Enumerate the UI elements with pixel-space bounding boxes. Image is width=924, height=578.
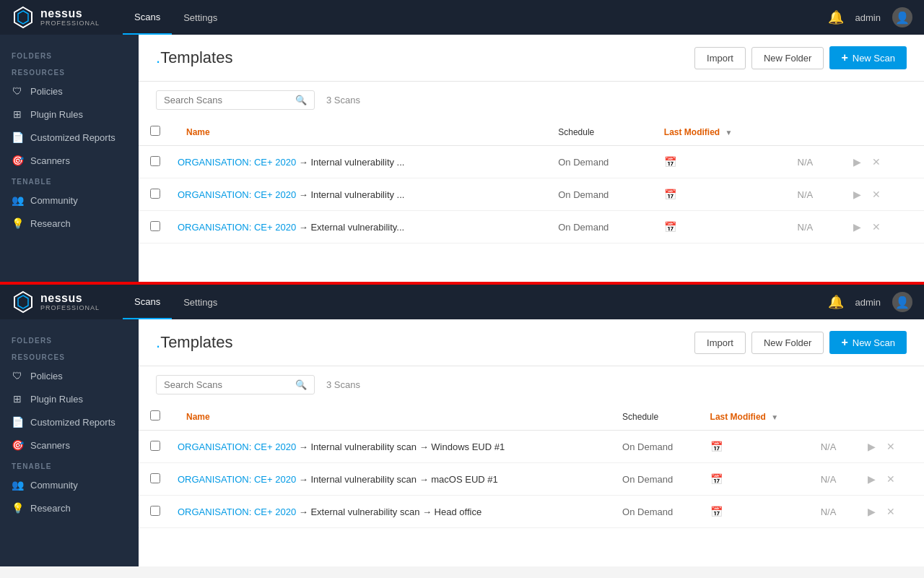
run-button[interactable]: ▶ — [849, 187, 866, 202]
logo-name-bottom: nessus — [40, 292, 100, 305]
arrow: → — [299, 441, 311, 452]
topnav-scans[interactable]: Scans — [123, 0, 172, 35]
sidebar-item-research-bottom[interactable]: 💡 Research — [0, 496, 139, 519]
avatar-bottom[interactable]: 👤 — [892, 292, 912, 312]
sidebar-item-research[interactable]: 💡 Research — [0, 212, 139, 235]
search-input-top[interactable] — [164, 95, 292, 105]
run-button[interactable]: ▶ — [863, 472, 880, 486]
sidebar-item-policies[interactable]: 🛡 Policies — [0, 79, 139, 103]
row-last-modified: N/A — [812, 463, 855, 496]
shield-icon: 🛡 — [12, 85, 23, 97]
scan-count-bottom: 3 Scans — [326, 379, 360, 390]
sidebar-customized-reports-label-bottom: Customized Reports — [30, 417, 116, 428]
delete-button[interactable]: ✕ — [868, 187, 885, 202]
row-checkbox[interactable] — [150, 156, 160, 166]
plugin-rules-icon-bottom: ⊞ — [12, 393, 23, 405]
table-row: ORGANISATION: CE+ 2020 → Internal vulner… — [139, 463, 924, 496]
row-cal-icon: 📅 — [655, 178, 789, 211]
row-actions: ▶ ✕ — [855, 463, 924, 496]
sidebar-scanners-label-bottom: Scanners — [30, 440, 70, 451]
calendar-icon: 📅 — [710, 506, 723, 517]
sidebar-item-plugin-rules-bottom[interactable]: ⊞ Plugin Rules — [0, 387, 139, 410]
th-last-modified-top[interactable]: Last Modified ▼ — [655, 118, 789, 146]
row-name[interactable]: ORGANISATION: CE+ 2020 → Internal vulner… — [169, 431, 614, 463]
new-folder-button-bottom[interactable]: New Folder — [751, 332, 824, 354]
import-button-top[interactable]: Import — [694, 47, 746, 69]
sidebar-item-policies-bottom[interactable]: 🛡 Policies — [0, 364, 139, 387]
sort-icon-top: ▼ — [725, 129, 733, 137]
th-name-bottom[interactable]: Name — [169, 403, 614, 431]
delete-button[interactable]: ✕ — [882, 472, 899, 486]
sidebar-item-customized-reports-bottom[interactable]: 📄 Customized Reports — [0, 410, 139, 434]
row-name[interactable]: ORGANISATION: CE+ 2020 → Internal vulner… — [169, 463, 614, 496]
bell-icon[interactable]: 🔔 — [828, 9, 844, 25]
row-checkbox[interactable] — [150, 189, 160, 199]
logo-name: nessus — [40, 7, 100, 20]
plus-icon: + — [841, 51, 847, 64]
avatar[interactable]: 👤 — [892, 7, 912, 27]
row-name[interactable]: ORGANISATION: CE+ 2020 → External vulner… — [169, 496, 614, 528]
search-input-wrapper-top: 🔍 — [156, 90, 315, 110]
topnav-links: Scans Settings — [123, 0, 828, 35]
row-actions: ▶ ✕ — [855, 496, 924, 528]
topnav-scans-bottom[interactable]: Scans — [123, 285, 172, 319]
row-actions: ▶ ✕ — [855, 431, 924, 463]
th-last-modified-bottom[interactable]: Last Modified ▼ — [702, 403, 812, 431]
import-button-bottom[interactable]: Import — [694, 332, 746, 354]
new-folder-button-top[interactable]: New Folder — [751, 47, 824, 69]
run-button[interactable]: ▶ — [863, 504, 880, 519]
search-input-bottom[interactable] — [164, 379, 292, 390]
plugin-rules-icon: ⊞ — [12, 108, 23, 120]
sidebar-item-community-bottom[interactable]: 👥 Community — [0, 473, 139, 496]
sidebar-scanners-label: Scanners — [30, 155, 70, 166]
th-name-top[interactable]: Name — [169, 118, 549, 146]
new-scan-button-bottom[interactable]: + New Scan — [829, 331, 907, 354]
delete-button[interactable]: ✕ — [868, 220, 885, 234]
tenable-label-bottom: TENABLE — [0, 457, 139, 473]
table-row: ORGANISATION: CE+ 2020 → Internal vulner… — [139, 178, 924, 211]
svg-marker-3 — [18, 296, 28, 309]
run-button[interactable]: ▶ — [849, 155, 866, 169]
topnav-settings[interactable]: Settings — [172, 0, 229, 35]
sidebar-research-label: Research — [30, 218, 71, 229]
run-button[interactable]: ▶ — [863, 439, 880, 454]
sidebar-item-customized-reports[interactable]: 📄 Customized Reports — [0, 126, 139, 149]
sidebar-item-plugin-rules[interactable]: ⊞ Plugin Rules — [0, 103, 139, 126]
calendar-icon: 📅 — [664, 189, 676, 200]
new-scan-button-top[interactable]: + New Scan — [829, 46, 907, 69]
shield-icon-bottom: 🛡 — [12, 370, 23, 381]
main-layout-bottom: FOLDERS RESOURCES 🛡 Policies ⊞ Plugin Ru… — [0, 319, 924, 566]
sidebar-item-community[interactable]: 👥 Community — [0, 189, 139, 212]
admin-label: admin — [855, 12, 881, 23]
delete-button[interactable]: ✕ — [868, 155, 885, 169]
row-cal-icon: 📅 — [702, 496, 812, 528]
row-last-modified: N/A — [789, 211, 840, 243]
logo-text: nessus Professional — [40, 7, 100, 27]
select-all-top[interactable] — [150, 126, 160, 136]
sidebar-item-scanners[interactable]: 🎯 Scanners — [0, 149, 139, 172]
row-checkbox[interactable] — [150, 221, 160, 231]
topnav-settings-bottom[interactable]: Settings — [172, 285, 229, 319]
delete-button[interactable]: ✕ — [882, 504, 899, 519]
select-all-bottom[interactable] — [150, 410, 160, 420]
sidebar-item-scanners-bottom[interactable]: 🎯 Scanners — [0, 434, 139, 457]
row-actions: ▶ ✕ — [840, 211, 924, 243]
row-checkbox[interactable] — [150, 473, 160, 483]
row-checkbox[interactable] — [150, 506, 160, 516]
row-name[interactable]: ORGANISATION: CE+ 2020 → External vulner… — [169, 211, 549, 243]
path-part: Internal vulnerability scan → macOS EUD … — [310, 474, 497, 485]
new-scan-label: New Scan — [853, 53, 895, 64]
row-name[interactable]: ORGANISATION: CE+ 2020 → Internal vulner… — [169, 146, 549, 178]
resources-label: RESOURCES — [0, 63, 139, 79]
row-actions: ▶ ✕ — [840, 146, 924, 178]
row-checkbox[interactable] — [150, 441, 160, 451]
row-check — [139, 431, 169, 463]
plus-icon-bottom: + — [841, 336, 847, 349]
delete-button[interactable]: ✕ — [882, 439, 899, 454]
sidebar-policies-label-bottom: Policies — [30, 371, 63, 381]
bell-icon-bottom[interactable]: 🔔 — [828, 294, 844, 310]
calendar-icon: 📅 — [710, 473, 723, 485]
scan-table-top: Name Schedule Last Modified ▼ — [139, 118, 924, 243]
run-button[interactable]: ▶ — [849, 220, 866, 234]
row-name[interactable]: ORGANISATION: CE+ 2020 → Internal vulner… — [169, 178, 549, 211]
